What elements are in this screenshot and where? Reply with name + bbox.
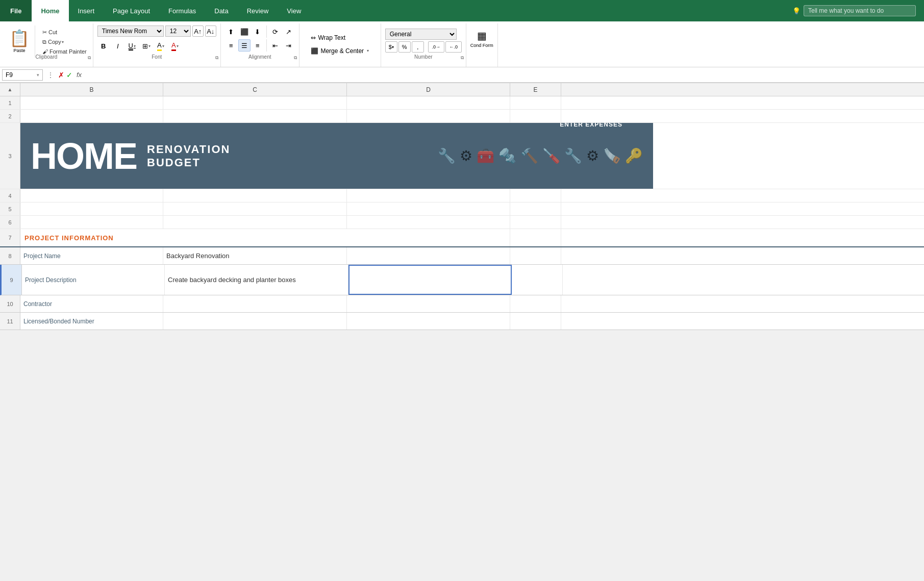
tab-review[interactable]: Review <box>238 0 278 21</box>
cell-d6[interactable] <box>347 216 510 229</box>
tab-page-layout[interactable]: Page Layout <box>104 0 159 21</box>
number-dialog-launcher[interactable]: ⧉ <box>461 55 464 61</box>
tool-icon-1: 🔧 <box>438 147 456 164</box>
col-header-c[interactable]: C <box>163 83 347 96</box>
clipboard-dialog-launcher[interactable]: ⧉ <box>88 55 91 61</box>
font-color-button[interactable]: A ▾ <box>169 40 181 52</box>
tab-data[interactable]: Data <box>205 0 237 21</box>
tab-home[interactable]: Home <box>32 0 68 21</box>
cell-b2[interactable] <box>20 110 163 122</box>
cell-d9[interactable] <box>348 265 512 295</box>
cut-button[interactable]: ✂ Cut <box>40 28 89 37</box>
font-family-select[interactable]: Times New Rom <box>97 26 164 37</box>
align-middle-button[interactable]: ⬛ <box>238 26 251 38</box>
cell-d11[interactable] <box>347 313 510 330</box>
bold-button[interactable]: B <box>97 40 110 52</box>
cell-c7[interactable] <box>163 229 347 246</box>
formula-confirm-icon[interactable]: ✓ <box>66 71 72 79</box>
decrease-indent-button[interactable]: ⇤ <box>269 39 282 52</box>
align-right-button[interactable]: ≡ <box>252 39 264 52</box>
merge-center-button[interactable]: ⬛ Merge & Center ▾ <box>307 45 372 57</box>
align-left-button[interactable]: ≡ <box>225 39 237 52</box>
cell-e8[interactable] <box>510 247 561 264</box>
cell-d7[interactable] <box>347 229 510 246</box>
paste-button[interactable]: 📋 Paste <box>4 26 35 58</box>
cell-b5[interactable] <box>20 203 163 215</box>
cell-d1[interactable] <box>347 96 510 109</box>
cell-b4[interactable] <box>20 189 163 202</box>
cell-b10[interactable]: Contractor <box>20 295 163 312</box>
decrease-decimal-button[interactable]: ←.0 <box>445 41 462 53</box>
font-shrink-button[interactable]: A↓ <box>205 26 216 37</box>
increase-indent-button[interactable]: ⇥ <box>283 39 295 52</box>
cell-c1[interactable] <box>163 96 347 109</box>
cell-e11[interactable] <box>510 313 561 330</box>
cell-d10[interactable] <box>347 295 510 312</box>
cell-e2[interactable] <box>510 110 561 122</box>
cell-b8[interactable]: Project Name <box>20 247 163 264</box>
cell-c9[interactable]: Create backyard decking and planter boxe… <box>165 265 348 295</box>
cell-c4[interactable] <box>163 189 347 202</box>
col-header-b[interactable]: B <box>20 83 163 96</box>
copy-button[interactable]: ⧉ Copy ▾ <box>40 38 89 46</box>
align-bottom-button[interactable]: ⬇ <box>252 26 264 38</box>
cell-d5[interactable] <box>347 203 510 215</box>
cell-b6[interactable] <box>20 216 163 229</box>
comma-button[interactable]: , <box>412 41 424 53</box>
cell-c8[interactable]: Backyard Renovation <box>163 247 347 264</box>
col-header-d[interactable]: D <box>347 83 510 96</box>
borders-button[interactable]: ⊞▾ <box>140 40 153 52</box>
align-center-button[interactable]: ☰ <box>238 39 251 52</box>
cell-b7[interactable]: PROJECT INFORMATION <box>20 229 163 246</box>
cell-e1[interactable] <box>510 96 561 109</box>
cell-c11[interactable] <box>163 313 347 330</box>
align-top-button[interactable]: ⬆ <box>225 26 237 38</box>
cell-b9[interactable]: Project Description <box>22 265 165 295</box>
percent-button[interactable]: % <box>398 41 411 53</box>
cell-d4[interactable] <box>347 189 510 202</box>
tab-view[interactable]: View <box>278 0 310 21</box>
copy-dropdown-arrow[interactable]: ▾ <box>62 40 64 44</box>
tell-me-input[interactable] <box>804 5 916 16</box>
font-size-select[interactable]: 12 <box>165 26 191 37</box>
cell-c5[interactable] <box>163 203 347 215</box>
formula-cancel-icon[interactable]: ✗ <box>58 71 64 79</box>
text-angle-button[interactable]: ⟳ <box>269 26 282 38</box>
cell-c2[interactable] <box>163 110 347 122</box>
cell-e6[interactable] <box>510 216 561 229</box>
col-header-e[interactable]: E <box>510 83 561 96</box>
cell-e4[interactable] <box>510 189 561 202</box>
cell-e7[interactable] <box>510 229 561 246</box>
cell-b1[interactable] <box>20 96 163 109</box>
cell-c6[interactable] <box>163 216 347 229</box>
select-all-button[interactable]: ▲ <box>0 83 20 96</box>
tab-formulas[interactable]: Formulas <box>159 0 205 21</box>
formula-input[interactable] <box>86 71 922 79</box>
font-dialog-launcher[interactable]: ⧉ <box>215 55 218 61</box>
underline-button[interactable]: U ▾ <box>126 40 138 52</box>
italic-button[interactable]: I <box>112 40 124 52</box>
underline-dropdown[interactable]: ▾ <box>134 44 136 48</box>
cell-d2[interactable] <box>347 110 510 122</box>
cell-e10[interactable] <box>510 295 561 312</box>
fill-color-button[interactable]: A ▾ <box>155 40 167 52</box>
increase-decimal-button[interactable]: .0→ <box>428 41 444 53</box>
cell-b11[interactable]: Licensed/Bonded Number <box>20 313 163 330</box>
cell-d8[interactable] <box>347 247 510 264</box>
wrap-text-button[interactable]: ⇔ Wrap Text <box>307 32 372 43</box>
alignment-dialog-launcher[interactable]: ⧉ <box>294 55 297 61</box>
merge-dropdown-arrow[interactable]: ▾ <box>367 48 369 53</box>
number-format-select[interactable]: General <box>385 29 457 40</box>
cell-c10[interactable] <box>163 295 347 312</box>
cell-e5[interactable] <box>510 203 561 215</box>
dollar-button[interactable]: $ ▾ <box>385 41 397 53</box>
cell-reference-box[interactable]: F9 ▾ <box>2 69 43 81</box>
cell-e9[interactable] <box>512 265 563 295</box>
enter-expenses-button[interactable]: ENTER EXPENSES <box>550 123 633 132</box>
text-rotate-button[interactable]: ↗ <box>283 26 295 38</box>
font-grow-button[interactable]: A↑ <box>192 26 204 37</box>
formula-options-button[interactable]: ⋮ <box>45 71 56 79</box>
cell-ref-dropdown[interactable]: ▾ <box>37 72 39 78</box>
tab-insert[interactable]: Insert <box>69 0 104 21</box>
tab-file[interactable]: File <box>0 0 32 21</box>
